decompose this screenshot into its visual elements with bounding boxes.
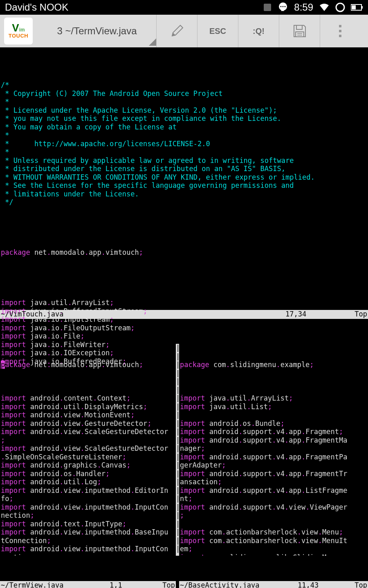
import-line: import android.graphics.Canvas; bbox=[1, 461, 175, 470]
wrapped-line: ; bbox=[1, 436, 175, 445]
import-line: import android.view.inputmethod.InputCon bbox=[1, 545, 175, 553]
floppy-icon bbox=[292, 24, 307, 38]
chat-icon bbox=[278, 2, 288, 13]
status-position: 1,1 bbox=[110, 581, 150, 588]
gear-icon bbox=[335, 2, 345, 12]
menu-dots-icon bbox=[339, 25, 342, 37]
import-line: import android.content.Context; bbox=[1, 394, 175, 403]
wrapped-line: fo; bbox=[1, 494, 175, 503]
battery-icon bbox=[351, 4, 363, 11]
blank-line bbox=[180, 411, 367, 419]
import-line: import java.io.FileOutputStream; bbox=[1, 324, 367, 332]
vertical-separator: ||||||||||||||||||||||||| bbox=[176, 344, 179, 556]
import-line: import android.os.Bundle; bbox=[180, 419, 367, 428]
wrapped-line: gerAdapter; bbox=[180, 461, 367, 470]
blank-line bbox=[180, 520, 367, 528]
import-line: import android.util.Log; bbox=[1, 478, 175, 486]
import-line: import java.util.List; bbox=[180, 403, 367, 411]
wrapped-line: .SimpleOnScaleGestureListener; bbox=[1, 453, 175, 461]
import-line: import com.actionbarsherlock.view.MenuIt bbox=[180, 537, 367, 545]
wrapped-line: nt; bbox=[180, 494, 367, 503]
status-filename: ~/TermView.java bbox=[1, 581, 110, 588]
import-line: import android.text.InputType; bbox=[1, 520, 175, 528]
wrapped-line: nection; bbox=[1, 553, 175, 556]
license-comment: /* * Copyright (C) 2007 The Android Open… bbox=[1, 81, 367, 207]
svg-rect-10 bbox=[296, 25, 302, 29]
import-line: import android.view.ScaleGestureDetector bbox=[1, 444, 175, 453]
package-line: package net.momodalo.app.vimtouch; bbox=[1, 248, 367, 257]
package-line: package com.slidingmenu.example; bbox=[180, 361, 367, 369]
status-line-top: ~/VimTouch.java 17,34 Top bbox=[0, 310, 368, 319]
import-line: import android.support.v4.app.Fragment; bbox=[180, 428, 367, 436]
blank-line bbox=[1, 274, 367, 282]
top-pane[interactable]: /* * Copyright (C) 2007 The Android Open… bbox=[0, 64, 368, 285]
status-filename: ~/VimTouch.java bbox=[1, 310, 285, 318]
svg-rect-8 bbox=[361, 6, 363, 9]
import-line: import android.view.inputmethod.BaseInpu bbox=[1, 528, 175, 537]
import-line: import java.io.File; bbox=[1, 332, 367, 341]
import-line: import android.view.inputmethod.InputCon bbox=[1, 503, 175, 512]
app-toolbar: Vim TOUCH 3 ~/TermView.java ESC :Q! bbox=[0, 15, 368, 47]
blank-line bbox=[1, 223, 367, 232]
svg-rect-11 bbox=[296, 32, 304, 37]
pencil-icon bbox=[169, 23, 185, 39]
blank-line bbox=[180, 386, 367, 394]
blank-line bbox=[1, 386, 175, 394]
import-line: import android.support.v4.app.ListFragme bbox=[180, 486, 367, 495]
package-line: package net.momodalo.app.vimtouch; bbox=[1, 361, 175, 369]
quit-button[interactable]: :Q! bbox=[238, 15, 279, 47]
wrapped-line: nager; bbox=[180, 444, 367, 453]
status-location: Top bbox=[150, 581, 175, 588]
svg-point-2 bbox=[280, 6, 282, 7]
import-line: import android.support.v4.app.FragmentMa bbox=[180, 436, 367, 445]
import-line: import android.view.GestureDetector; bbox=[1, 419, 175, 428]
svg-point-6 bbox=[339, 6, 342, 9]
import-line: import java.util.ArrayList; bbox=[1, 298, 367, 307]
import-line: import android.support.v4.app.FragmentPa bbox=[180, 453, 367, 461]
android-statusbar: David's NOOK 8:59 bbox=[0, 0, 368, 15]
import-line: import android.view.ScaleGestureDetector bbox=[1, 428, 175, 436]
wrapped-line: ansaction; bbox=[180, 478, 367, 486]
import-line: import java.util.ArrayList; bbox=[180, 394, 367, 403]
terminal-editor[interactable]: /* * Copyright (C) 2007 The Android Open… bbox=[0, 47, 368, 588]
status-line-right: ~/BaseActivity.java 11,43 Top bbox=[179, 581, 368, 588]
svg-rect-0 bbox=[264, 4, 271, 11]
wrapped-line: tConnection; bbox=[1, 537, 175, 545]
device-name: David's NOOK bbox=[5, 2, 68, 13]
save-button[interactable] bbox=[279, 15, 320, 47]
current-tab-label: 3 ~/TermView.java bbox=[57, 25, 137, 37]
svg-rect-14 bbox=[339, 25, 341, 27]
wrapped-line: nection; bbox=[1, 511, 175, 520]
status-location: Top bbox=[343, 310, 367, 318]
app-logo[interactable]: Vim TOUCH bbox=[4, 18, 33, 45]
status-line-left: ~/TermView.java 1,1 Top bbox=[0, 581, 176, 588]
status-filename: ~/BaseActivity.java bbox=[180, 581, 298, 588]
import-line: import com.actionbarsherlock.view.Menu; bbox=[180, 528, 367, 537]
import-line: import android.os.Handler; bbox=[1, 470, 175, 478]
status-position: 17,34 bbox=[285, 310, 343, 318]
import-line: import com.slidingmenu.lib.SlidingMenu; bbox=[180, 553, 367, 556]
spinner-indicator-icon bbox=[149, 38, 156, 46]
tab-selector[interactable]: 3 ~/TermView.java bbox=[38, 15, 156, 47]
import-line: import android.view.inputmethod.EditorIn bbox=[1, 486, 175, 495]
clock: 8:59 bbox=[294, 2, 313, 13]
svg-point-4 bbox=[285, 6, 286, 7]
left-split-pane[interactable]: package net.momodalo.app.vimtouch; impor… bbox=[0, 344, 176, 556]
status-position: 11,43 bbox=[298, 581, 343, 588]
import-line: import android.support.v4.view.ViewPager bbox=[180, 503, 367, 512]
import-line: import android.view.MotionEvent; bbox=[1, 411, 175, 419]
svg-rect-9 bbox=[352, 5, 356, 9]
wifi-icon bbox=[319, 3, 330, 12]
import-line: import android.util.DisplayMetrics; bbox=[1, 403, 175, 411]
notification-icon bbox=[263, 3, 272, 12]
status-location: Top bbox=[343, 581, 367, 588]
svg-rect-16 bbox=[339, 35, 341, 37]
svg-point-3 bbox=[283, 6, 284, 7]
esc-button[interactable]: ESC bbox=[197, 15, 238, 47]
import-line: import android.support.v4.app.FragmentTr bbox=[180, 470, 367, 478]
wrapped-line: em; bbox=[180, 545, 367, 553]
right-split-pane[interactable]: package com.slidingmenu.example; import … bbox=[179, 344, 368, 556]
overflow-menu-button[interactable] bbox=[320, 15, 361, 47]
svg-rect-15 bbox=[339, 30, 341, 32]
edit-button[interactable] bbox=[156, 15, 197, 47]
